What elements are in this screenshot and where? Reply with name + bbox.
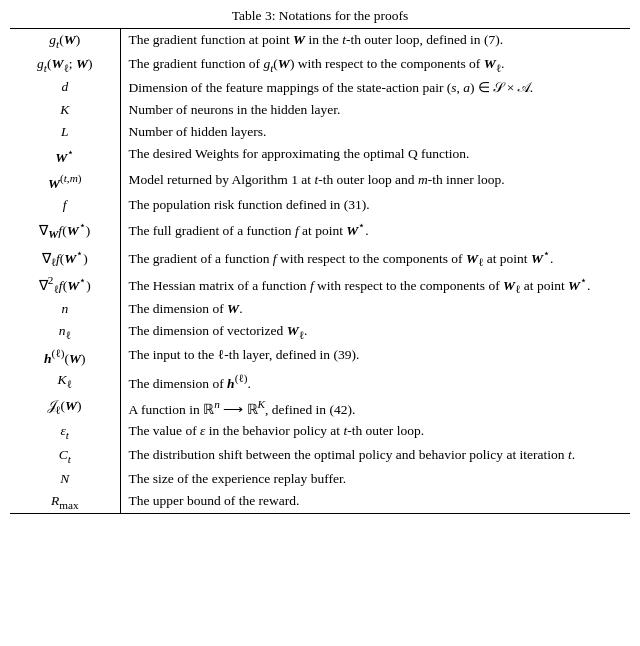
- symbol-cell: n: [10, 298, 120, 320]
- symbol-cell: L: [10, 121, 120, 143]
- symbol-cell: h(ℓ)(W): [10, 344, 120, 370]
- symbol-cell: d: [10, 76, 120, 99]
- notations-table: gt(W)The gradient function at point W in…: [10, 28, 630, 514]
- description-cell: The distribution shift between the optim…: [120, 444, 630, 468]
- description-cell: The population risk function defined in …: [120, 194, 630, 216]
- table-row: ∇2ℓf(W⋆)The Hessian matrix of a function…: [10, 271, 630, 298]
- table-row: KℓThe dimension of h(ℓ).: [10, 369, 630, 395]
- table-row: LNumber of hidden layers.: [10, 121, 630, 143]
- description-cell: The value of ε in the behavior policy at…: [120, 420, 630, 444]
- symbol-cell: Kℓ: [10, 369, 120, 395]
- description-cell: Dimension of the feature mappings of the…: [120, 76, 630, 99]
- symbol-cell: Ct: [10, 444, 120, 468]
- description-cell: The desired Weights for approximating th…: [120, 143, 630, 169]
- symbol-cell: ∇Wf(W⋆): [10, 216, 120, 243]
- table-title: Table 3: Notations for the proofs: [10, 8, 630, 24]
- symbol-cell: ∇2ℓf(W⋆): [10, 271, 120, 298]
- table-row: NThe size of the experience replay buffe…: [10, 468, 630, 490]
- table-row: gt(Wℓ; W)The gradient function of gt(W) …: [10, 53, 630, 77]
- symbol-cell: N: [10, 468, 120, 490]
- symbol-cell: gt(W): [10, 29, 120, 53]
- table-row: W(t,m)Model returned by Algorithm 1 at t…: [10, 169, 630, 195]
- table-row: nThe dimension of W.: [10, 298, 630, 320]
- table-row: KNumber of neurons in the hidden layer.: [10, 99, 630, 121]
- description-cell: Model returned by Algorithm 1 at t-th ou…: [120, 169, 630, 195]
- table-row: fThe population risk function defined in…: [10, 194, 630, 216]
- table-row: dDimension of the feature mappings of th…: [10, 76, 630, 99]
- symbol-cell: K: [10, 99, 120, 121]
- table-row: RmaxThe upper bound of the reward.: [10, 490, 630, 514]
- symbol-cell: f: [10, 194, 120, 216]
- symbol-cell: ∇ℓf(W⋆): [10, 244, 120, 271]
- table-row: nℓThe dimension of vectorized Wℓ.: [10, 320, 630, 344]
- description-cell: The gradient of a function f with respec…: [120, 244, 630, 271]
- symbol-cell: 𝒥ℓ(W): [10, 395, 120, 421]
- symbol-cell: εt: [10, 420, 120, 444]
- symbol-cell: W⋆: [10, 143, 120, 169]
- description-cell: The dimension of h(ℓ).: [120, 369, 630, 395]
- description-cell: Number of neurons in the hidden layer.: [120, 99, 630, 121]
- description-cell: The size of the experience replay buffer…: [120, 468, 630, 490]
- table-row: ∇Wf(W⋆)The full gradient of a function f…: [10, 216, 630, 243]
- description-cell: Number of hidden layers.: [120, 121, 630, 143]
- symbol-cell: W(t,m): [10, 169, 120, 195]
- description-cell: The gradient function at point W in the …: [120, 29, 630, 53]
- description-cell: The input to the ℓ-th layer, defined in …: [120, 344, 630, 370]
- symbol-cell: Rmax: [10, 490, 120, 514]
- table-row: W⋆The desired Weights for approximating …: [10, 143, 630, 169]
- table-row: h(ℓ)(W)The input to the ℓ-th layer, defi…: [10, 344, 630, 370]
- description-cell: The gradient function of gt(W) with resp…: [120, 53, 630, 77]
- symbol-cell: gt(Wℓ; W): [10, 53, 120, 77]
- description-cell: The dimension of vectorized Wℓ.: [120, 320, 630, 344]
- table-row: CtThe distribution shift between the opt…: [10, 444, 630, 468]
- description-cell: The Hessian matrix of a function f with …: [120, 271, 630, 298]
- table-container: Table 3: Notations for the proofs gt(W)T…: [10, 8, 630, 514]
- table-row: εtThe value of ε in the behavior policy …: [10, 420, 630, 444]
- description-cell: The upper bound of the reward.: [120, 490, 630, 514]
- table-row: gt(W)The gradient function at point W in…: [10, 29, 630, 53]
- table-row: ∇ℓf(W⋆)The gradient of a function f with…: [10, 244, 630, 271]
- symbol-cell: nℓ: [10, 320, 120, 344]
- description-cell: The dimension of W.: [120, 298, 630, 320]
- description-cell: A function in ℝn ⟶ ℝK, defined in (42).: [120, 395, 630, 421]
- description-cell: The full gradient of a function f at poi…: [120, 216, 630, 243]
- table-row: 𝒥ℓ(W)A function in ℝn ⟶ ℝK, defined in (…: [10, 395, 630, 421]
